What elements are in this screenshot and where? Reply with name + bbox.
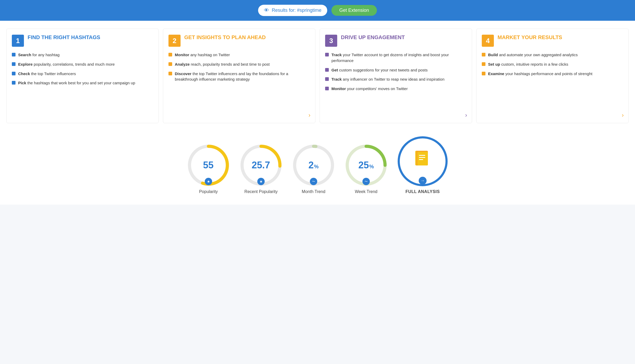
bullet-icon bbox=[12, 53, 16, 56]
bullet-icon bbox=[12, 62, 16, 66]
metric-suffix: % bbox=[369, 164, 374, 170]
card-item: Set up custom, intuitive reports in a fe… bbox=[482, 61, 623, 67]
card-item: Monitor any hashtag on Twitter bbox=[168, 52, 310, 58]
card-item-text: Track any influencer on Twitter to reap … bbox=[331, 76, 444, 82]
card-items: Track your Twitter account to get dozens… bbox=[325, 52, 467, 92]
card-title: MARKET YOUR RESULTS bbox=[498, 34, 562, 41]
card-item: Get custom suggestions for your next twe… bbox=[325, 67, 467, 73]
metric-value: 25% bbox=[359, 160, 374, 171]
card-header: 2 GET INSIGHTS TO PLAN AHEAD bbox=[168, 34, 310, 47]
metric-popularity[interactable]: 55 ★ Popularity bbox=[187, 144, 229, 194]
card-item: Monitor your competitors' moves on Twitt… bbox=[325, 86, 467, 92]
bullet-icon bbox=[482, 62, 485, 66]
metric-full-analysis[interactable]: → FULL ANALYSIS bbox=[398, 136, 448, 194]
card-items: Search for any hashtag Explore popularit… bbox=[12, 52, 153, 86]
bullet-icon bbox=[12, 81, 16, 85]
card-item: Pick the hashtags that work best for you… bbox=[12, 80, 153, 86]
star-badge: ★ bbox=[205, 178, 212, 185]
card-item-text: Discover the top Twitter influencers and… bbox=[175, 71, 310, 82]
card-item-text: Set up custom, intuitive reports in a fe… bbox=[488, 61, 568, 67]
card-4: 4 MARKET YOUR RESULTS Build and automate… bbox=[476, 29, 629, 123]
header: 👁 Results for: #springtime Get Extension bbox=[0, 0, 635, 21]
metric-month_trend[interactable]: 2% 〜 Month Trend bbox=[293, 144, 335, 194]
card-item: Build and automate your own aggregated a… bbox=[482, 52, 623, 58]
metric-label: Recent Popularity bbox=[244, 189, 278, 194]
card-title: DRIVE UP ENGAGEMENT bbox=[341, 34, 405, 41]
card-item-text: Track your Twitter account to get dozens… bbox=[331, 52, 467, 64]
star-badge: ★ bbox=[257, 178, 265, 185]
card-title: GET INSIGHTS TO PLAN AHEAD bbox=[184, 34, 266, 41]
card-item-text: Get custom suggestions for your next twe… bbox=[331, 67, 428, 73]
more-arrow[interactable]: › bbox=[309, 112, 310, 119]
more-arrow[interactable]: › bbox=[622, 112, 624, 119]
metric-label: Week Trend bbox=[355, 189, 377, 194]
donut-chart: 25.7 ★ bbox=[240, 144, 282, 186]
results-label: Results for: #springtime bbox=[272, 8, 321, 13]
card-items: Build and automate your own aggregated a… bbox=[482, 52, 623, 76]
donut-chart: 25% 〜 bbox=[345, 144, 387, 186]
full-analysis-arrow[interactable]: → bbox=[419, 177, 427, 185]
card-item-text: Monitor your competitors' moves on Twitt… bbox=[331, 86, 408, 92]
card-number: 1 bbox=[12, 35, 24, 47]
card-header: 3 DRIVE UP ENGAGEMENT bbox=[325, 34, 467, 47]
card-item: Analyze reach, popularity trends and bes… bbox=[168, 61, 310, 67]
more-arrow[interactable]: › bbox=[465, 112, 467, 119]
document-icon bbox=[414, 150, 431, 172]
card-item-text: Search for any hashtag bbox=[18, 52, 60, 58]
metric-value: 25.7 bbox=[252, 160, 270, 171]
card-item-text: Pick the hashtags that work best for you… bbox=[18, 80, 135, 86]
card-item: Explore popularity, correlations, trends… bbox=[12, 61, 153, 67]
metric-week_trend[interactable]: 25% 〜 Week Trend bbox=[345, 144, 387, 194]
full-analysis-circle[interactable]: → bbox=[398, 136, 448, 186]
main-content: 1 FIND THE RIGHT HASHTAGS Search for any… bbox=[0, 21, 635, 205]
card-item: Track any influencer on Twitter to reap … bbox=[325, 76, 467, 82]
card-item-text: Examine your hashtags performance and po… bbox=[488, 71, 592, 77]
card-number: 2 bbox=[168, 35, 181, 47]
donut-chart: 2% 〜 bbox=[293, 144, 335, 186]
cards-row: 1 FIND THE RIGHT HASHTAGS Search for any… bbox=[6, 29, 629, 123]
svg-rect-10 bbox=[417, 152, 428, 165]
bullet-icon bbox=[325, 87, 329, 90]
svg-rect-12 bbox=[419, 157, 425, 158]
card-header: 4 MARKET YOUR RESULTS bbox=[482, 34, 623, 47]
card-number: 3 bbox=[325, 35, 337, 47]
card-item: Examine your hashtags performance and po… bbox=[482, 71, 623, 77]
svg-rect-11 bbox=[419, 155, 425, 156]
card-item-text: Build and automate your own aggregated a… bbox=[488, 52, 578, 58]
card-3: 3 DRIVE UP ENGAGEMENT Track your Twitter… bbox=[320, 29, 472, 123]
metric-suffix: % bbox=[314, 164, 319, 170]
metric-recent_popularity[interactable]: 25.7 ★ Recent Popularity bbox=[240, 144, 282, 194]
card-item-text: Analyze reach, popularity trends and bes… bbox=[175, 61, 270, 67]
bullet-icon bbox=[482, 53, 485, 56]
bullet-icon bbox=[325, 53, 329, 56]
bullet-icon bbox=[12, 72, 16, 75]
metric-label: Month Trend bbox=[302, 189, 325, 194]
svg-rect-13 bbox=[419, 159, 423, 160]
card-item-text: Check the top Twitter influencers bbox=[18, 71, 76, 77]
card-item-text: Monitor any hashtag on Twitter bbox=[175, 52, 230, 58]
trend-badge: 〜 bbox=[310, 178, 317, 185]
bullet-icon bbox=[168, 53, 172, 56]
card-1: 1 FIND THE RIGHT HASHTAGS Search for any… bbox=[6, 29, 159, 123]
bullet-icon bbox=[482, 72, 485, 75]
card-title: FIND THE RIGHT HASHTAGS bbox=[28, 34, 100, 41]
card-item: Track your Twitter account to get dozens… bbox=[325, 52, 467, 64]
bullet-icon bbox=[168, 62, 172, 66]
bullet-icon bbox=[325, 77, 329, 81]
bullet-icon bbox=[168, 72, 172, 75]
donut-chart: 55 ★ bbox=[187, 144, 229, 186]
trend-badge: 〜 bbox=[362, 178, 370, 185]
card-item: Discover the top Twitter influencers and… bbox=[168, 71, 310, 82]
card-2: 2 GET INSIGHTS TO PLAN AHEAD Monitor any… bbox=[163, 29, 315, 123]
results-pill[interactable]: 👁 Results for: #springtime bbox=[258, 5, 327, 16]
card-number: 4 bbox=[482, 35, 494, 47]
metrics-row: 55 ★ Popularity 25.7 ★ Recent Popularity bbox=[6, 134, 629, 199]
get-extension-button[interactable]: Get Extension bbox=[331, 5, 377, 16]
eye-icon: 👁 bbox=[264, 7, 269, 13]
metric-label: Popularity bbox=[199, 189, 218, 194]
card-item: Search for any hashtag bbox=[12, 52, 153, 58]
card-items: Monitor any hashtag on Twitter Analyze r… bbox=[168, 52, 310, 82]
card-item-text: Explore popularity, correlations, trends… bbox=[18, 61, 115, 67]
metric-value: 2% bbox=[309, 160, 319, 171]
card-header: 1 FIND THE RIGHT HASHTAGS bbox=[12, 34, 153, 47]
